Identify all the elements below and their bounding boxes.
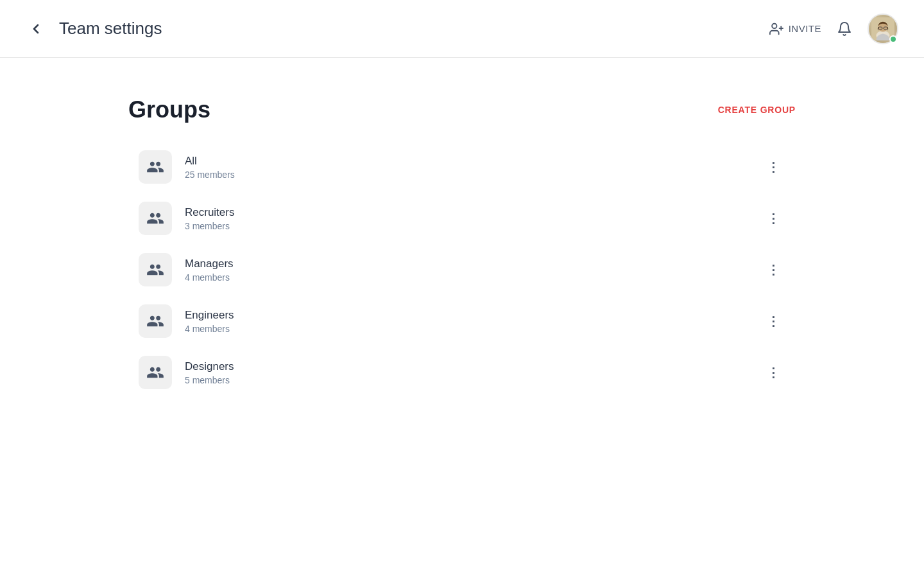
groups-title: Groups <box>128 96 210 123</box>
group-item-designers[interactable]: Designers 5 members ⋮ <box>128 348 796 397</box>
group-info-recruiters: Recruiters 3 members <box>185 206 234 231</box>
group-icon-designers <box>139 356 172 389</box>
online-status-dot <box>889 35 897 43</box>
group-name-managers: Managers <box>185 258 234 270</box>
more-options-button-recruiters[interactable]: ⋮ <box>762 209 785 227</box>
group-item-left-engineers: Engineers 4 members <box>139 304 234 338</box>
group-name-all: All <box>185 155 235 168</box>
group-item-left-managers: Managers 4 members <box>139 253 234 286</box>
group-people-icon <box>146 209 164 227</box>
more-options-button-all[interactable]: ⋮ <box>762 158 785 176</box>
group-members-designers: 5 members <box>185 375 234 385</box>
group-icon-managers <box>139 253 172 286</box>
group-item-left-designers: Designers 5 members <box>139 356 234 389</box>
group-item-left-recruiters: Recruiters 3 members <box>139 202 234 235</box>
user-avatar-container[interactable] <box>868 13 898 44</box>
header-right: INVITE <box>769 13 898 44</box>
group-info-designers: Designers 5 members <box>185 360 234 385</box>
group-name-designers: Designers <box>185 360 234 373</box>
page-title: Team settings <box>59 19 162 39</box>
invite-button[interactable]: INVITE <box>769 22 821 36</box>
group-list: All 25 members ⋮ Recruiters 3 members ⋮ <box>128 143 796 397</box>
group-members-engineers: 4 members <box>185 324 234 334</box>
back-button[interactable] <box>26 19 46 39</box>
main-content: Groups CREATE GROUP All 25 members ⋮ <box>0 58 924 397</box>
invite-icon <box>769 22 783 36</box>
more-options-button-designers[interactable]: ⋮ <box>762 363 785 381</box>
create-group-button[interactable]: CREATE GROUP <box>718 105 796 115</box>
group-name-recruiters: Recruiters <box>185 206 234 219</box>
group-people-icon <box>146 312 164 330</box>
group-info-engineers: Engineers 4 members <box>185 309 234 334</box>
group-item-all[interactable]: All 25 members ⋮ <box>128 143 796 191</box>
header-left: Team settings <box>26 19 162 39</box>
group-icon-engineers <box>139 304 172 338</box>
back-arrow-icon <box>28 21 44 37</box>
svg-point-0 <box>772 23 776 28</box>
group-info-all: All 25 members <box>185 155 235 180</box>
more-options-button-engineers[interactable]: ⋮ <box>762 312 785 330</box>
invite-label: INVITE <box>789 23 821 34</box>
group-item-managers[interactable]: Managers 4 members ⋮ <box>128 245 796 294</box>
group-members-recruiters: 3 members <box>185 221 234 231</box>
bell-icon <box>837 21 852 37</box>
group-item-recruiters[interactable]: Recruiters 3 members ⋮ <box>128 194 796 243</box>
group-item-left-all: All 25 members <box>139 150 235 184</box>
group-item-engineers[interactable]: Engineers 4 members ⋮ <box>128 297 796 346</box>
group-info-managers: Managers 4 members <box>185 258 234 283</box>
header: Team settings INVITE <box>0 0 924 58</box>
group-people-icon <box>146 261 164 279</box>
group-people-icon <box>146 158 164 176</box>
groups-header: Groups CREATE GROUP <box>128 96 796 123</box>
notification-button[interactable] <box>837 21 852 37</box>
group-members-all: 25 members <box>185 170 235 180</box>
group-name-engineers: Engineers <box>185 309 234 322</box>
more-options-button-managers[interactable]: ⋮ <box>762 261 785 279</box>
group-people-icon <box>146 363 164 381</box>
group-icon-all <box>139 150 172 184</box>
group-members-managers: 4 members <box>185 272 234 283</box>
group-icon-recruiters <box>139 202 172 235</box>
